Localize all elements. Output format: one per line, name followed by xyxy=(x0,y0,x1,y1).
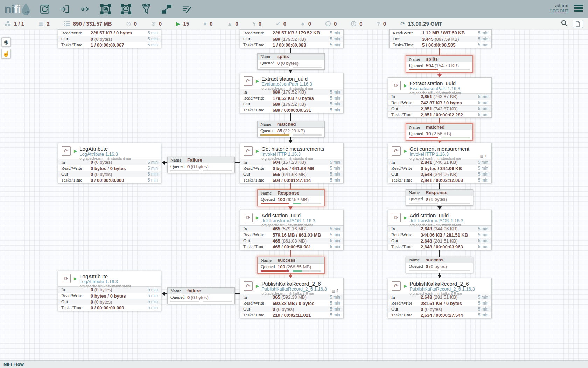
processor-stamp-icon: ⟳ xyxy=(392,213,401,222)
queue-count-bar xyxy=(260,67,289,68)
navigate-palette-button[interactable]: ◉ xyxy=(1,37,11,47)
processor[interactable]: ⟳ ▶ Add station_uuid JoltTransformJSON 1… xyxy=(388,210,492,250)
global-menu-icon[interactable] xyxy=(574,5,583,13)
connection-label[interactable]: Name failure Queued 0 (0 bytes) xyxy=(167,287,235,304)
flow-canvas[interactable]: Read/Write 228.57 KB / 0 bytes 5 min Out… xyxy=(0,0,588,368)
stat-window: 5 min xyxy=(474,42,488,47)
stat-value: 5 / 00:00:00.505 xyxy=(422,42,474,48)
processor-icon[interactable] xyxy=(38,2,52,16)
running-indicator-icon: ▶ xyxy=(256,149,259,154)
connection-arrow xyxy=(438,206,442,210)
stat-window: 5 min xyxy=(474,226,488,231)
sync-failure-status: ? 0 xyxy=(377,21,386,27)
queue-threshold-bars xyxy=(406,270,473,273)
template-icon[interactable] xyxy=(160,2,174,16)
stat-row: Tasks/Time 5 / 00:00:00.505 5 min xyxy=(390,42,491,48)
stat-row: Out 2,648 (281.51 KB) 5 min xyxy=(388,238,491,244)
remote-process-group-icon[interactable] xyxy=(119,2,133,16)
processor[interactable]: ⟳ ▶ PublishKafkaRecord_2_6 PublishKafkaR… xyxy=(388,278,492,318)
output-port-icon[interactable] xyxy=(78,2,92,16)
processor-bundle: org.apache.nifi - nifi-standard-nar xyxy=(79,157,131,161)
running-indicator-icon: ▶ xyxy=(256,215,259,220)
connection-label[interactable]: Name Response Queued 0 (0 bytes) xyxy=(406,189,473,206)
stat-window: 5 min xyxy=(474,307,488,312)
stat-window: 5 min xyxy=(143,172,158,177)
processor-stats: In 2,851 (742.87 KB) 5 min Read/Write 74… xyxy=(388,93,491,117)
stat-row: Tasks/Time 2,851 / 00:00:02.282 5 min xyxy=(388,111,491,117)
processor[interactable]: ⟳ ▶ Get historic measurements InvokeHTTP… xyxy=(240,143,344,183)
running-indicator-icon: ▶ xyxy=(404,149,407,154)
connection-label[interactable]: Name success Queued 100 (268.65 MB) xyxy=(257,257,325,274)
running-status: ▶ 15 xyxy=(176,21,189,27)
queue-count-bar xyxy=(261,270,289,272)
connection-label[interactable]: Name Response Queued 100 (62.52 MB) xyxy=(257,189,325,206)
connection-label[interactable]: Name matched Queued 10 (2.56 KB) xyxy=(406,123,473,141)
connection-label[interactable]: Name success Queued 0 (0 bytes) xyxy=(406,257,473,273)
stat-row: Tasks/Time 0 / 00:00:00.000 5 min xyxy=(58,177,161,183)
connection-label[interactable]: Name splits Queued 594 (154.73 KB) xyxy=(406,55,473,73)
processor[interactable]: ⟳ ▶ LogAttribute LogAttribute 1.16.3 org… xyxy=(58,271,161,311)
stat-window: 5 min xyxy=(474,313,488,318)
connection-queued-row: Queued 0 (0 bytes) xyxy=(168,163,234,170)
logout-link[interactable]: LOG OUT xyxy=(550,8,568,14)
processor-stamp-icon: ⟳ xyxy=(62,274,71,283)
refresh-icon[interactable]: ⟳ xyxy=(400,21,405,26)
active-threads-icon: ▦ xyxy=(38,21,43,26)
processor[interactable]: ⟳ ▶ Add station_uuid JoltTransformJSON 1… xyxy=(240,210,344,250)
stat-label: Read/Write xyxy=(61,30,91,36)
processor-name: LogAttribute xyxy=(79,273,131,279)
operate-palette-button[interactable]: ☝ xyxy=(1,49,11,59)
stat-value: 0 (0 bytes) xyxy=(91,172,143,177)
processor[interactable]: ⟳ ▶ Get current measurement InvokeHTTP 1… xyxy=(388,143,492,183)
document-icon xyxy=(575,21,580,27)
processor-stats: In 2,648 (281.51 KB) 5 min Read/Write 28… xyxy=(388,294,491,318)
processor-stamp-icon: ⟳ xyxy=(392,81,401,90)
queued-size: (62.52 MB) xyxy=(286,197,309,202)
processor[interactable]: Read/Write 228.57 KB / 179.52 KB 5 min O… xyxy=(240,29,344,48)
stat-label: Tasks/Time xyxy=(391,112,421,117)
status-history-button[interactable] xyxy=(573,20,583,28)
stat-label: Out xyxy=(243,306,273,312)
connection-name-row: Name splits xyxy=(406,56,472,62)
connection-label[interactable]: Name splits Queued 0 (0 bytes) xyxy=(257,53,325,70)
stat-label: Out xyxy=(393,36,422,42)
processor-name: Add station_uuid xyxy=(410,212,463,218)
funnel-icon[interactable] xyxy=(139,2,153,16)
refresh-status[interactable]: ⟳ 13:00:29 GMT xyxy=(400,21,442,27)
processor[interactable]: Read/Write 228.57 KB / 0 bytes 5 min Out… xyxy=(58,29,161,48)
breadcrumb[interactable]: NiFi Flow xyxy=(4,362,24,367)
connection-label[interactable]: Name matched Queued 85 (22.29 KB) xyxy=(257,121,325,137)
stat-label: Tasks/Time xyxy=(393,42,422,48)
locally-modified-icon: ∗ xyxy=(301,21,305,26)
processor-bundle: org.apache.nifi - nifi-standard-nar xyxy=(410,157,469,161)
connection-queued-key: Queued xyxy=(260,128,277,134)
stat-value: 0 / 00:00:00.000 xyxy=(91,305,143,311)
label-icon[interactable] xyxy=(180,2,194,16)
processor[interactable]: ⟳ ▶ LogAttribute LogAttribute 1.16.3 org… xyxy=(58,143,161,183)
processor-bundle: org.apache.nifi - nifi-kafka-2-6-nar xyxy=(261,292,327,296)
search-icon[interactable] xyxy=(561,20,568,28)
connection-label[interactable]: Name Failure Queued 0 (0 bytes) xyxy=(167,157,235,173)
processor-stats: Read/Write 228.57 KB / 179.52 KB 5 min O… xyxy=(240,30,343,48)
input-port-icon[interactable] xyxy=(58,2,72,16)
processor[interactable]: ⟳ ▶ Extract station_uuid EvaluateJsonPat… xyxy=(388,77,492,118)
processor-bundle: org.apache.nifi - nifi-standard-nar xyxy=(261,223,315,227)
stat-value: 592.38 MB / 0 bytes xyxy=(273,301,326,306)
stat-value: 0 (0 bytes) xyxy=(91,299,143,305)
stat-value: 3,445 (897.59 KB) xyxy=(422,36,474,42)
processor[interactable]: ⟳ ▶ Extract station_uuid EvaluateJsonPat… xyxy=(240,73,344,113)
up-to-date-status: ✔ 0 xyxy=(276,21,286,27)
processor-type: PublishKafkaRecord_2_6 1.16.3 xyxy=(410,287,475,292)
birdseye-icon: ◉ xyxy=(4,39,8,45)
queue-size-bar xyxy=(203,301,232,302)
processor-name: LogAttribute xyxy=(79,146,131,152)
stat-window: 5 min xyxy=(474,30,488,35)
connection-name-value: success xyxy=(278,258,295,263)
connection-name-key: Name xyxy=(260,54,277,60)
processor[interactable]: Read/Write 1.12 MB / 897.59 KB 5 min Out… xyxy=(389,29,492,48)
process-group-icon[interactable] xyxy=(99,2,113,16)
stat-window: 5 min xyxy=(326,90,340,95)
processor[interactable]: ⟳ ▶ PublishKafkaRecord_2_6 PublishKafkaR… xyxy=(240,278,344,318)
queued-data-icon xyxy=(64,21,70,26)
stat-value: 1.12 MB / 897.59 KB xyxy=(422,30,474,35)
